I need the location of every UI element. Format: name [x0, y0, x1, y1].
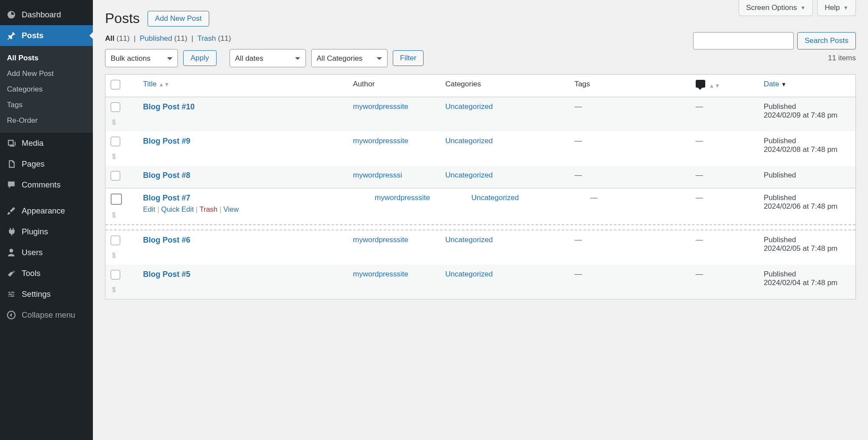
- posts-table: Title▲▼ Author Categories Tags ▲▼ Date▼: [105, 74, 856, 299]
- sidebar-item-label: Posts: [22, 31, 43, 40]
- collapse-icon: [6, 310, 16, 320]
- drag-handle-icon[interactable]: ⥮: [111, 211, 132, 219]
- table-row: Blog Post #8 mywordpresssi Uncategorized…: [105, 166, 855, 188]
- table-row: ⥮ Blog Post #7 Edit | Quick Edit | Trash…: [105, 188, 855, 224]
- sidebar-item-appearance[interactable]: Appearance: [0, 200, 93, 221]
- sidebar-item-label: Plugins: [22, 227, 48, 236]
- bulk-actions-select[interactable]: Bulk actions: [105, 49, 178, 67]
- screen-options-button[interactable]: Screen Options ▼: [739, 0, 813, 16]
- search-posts-button[interactable]: Search Posts: [797, 32, 856, 49]
- post-title-link[interactable]: Blog Post #5: [143, 270, 190, 279]
- post-title-link[interactable]: Blog Post #7: [143, 194, 190, 202]
- submenu-all-posts[interactable]: All Posts: [0, 50, 93, 66]
- author-link[interactable]: mywordpresssite: [375, 194, 430, 202]
- submenu-add-new-post[interactable]: Add New Post: [0, 66, 93, 82]
- brush-icon: [6, 206, 16, 216]
- wrench-icon: [6, 268, 16, 279]
- view-link[interactable]: View: [224, 205, 239, 213]
- tags-cell: —: [590, 194, 598, 202]
- submenu-tags[interactable]: Tags: [0, 97, 93, 113]
- dashboard-icon: [6, 10, 16, 20]
- date-status: Published: [764, 270, 850, 279]
- author-link[interactable]: mywordpresssite: [353, 137, 408, 145]
- row-checkbox[interactable]: [111, 194, 122, 205]
- apply-button[interactable]: Apply: [183, 50, 217, 66]
- sidebar-item-plugins[interactable]: Plugins: [0, 221, 93, 242]
- help-button[interactable]: Help ▼: [817, 0, 856, 16]
- filter-trash[interactable]: Trash: [197, 34, 216, 43]
- comments-cell: —: [696, 102, 703, 111]
- help-label: Help: [825, 3, 840, 12]
- author-link[interactable]: mywordpresssite: [353, 236, 408, 244]
- post-title-link[interactable]: Blog Post #10: [143, 102, 194, 111]
- category-link[interactable]: Uncategorized: [471, 194, 519, 202]
- date-value: 2024/02/06 at 7:48 pm: [764, 202, 838, 210]
- select-all-header: [105, 75, 138, 97]
- categories-filter-select[interactable]: All Categories: [311, 49, 388, 67]
- sidebar-item-media[interactable]: Media: [0, 133, 93, 154]
- search-input[interactable]: [693, 32, 794, 49]
- dates-filter-select[interactable]: All dates: [230, 49, 306, 67]
- category-link[interactable]: Uncategorized: [445, 270, 493, 278]
- tags-cell: —: [575, 236, 582, 244]
- sidebar-item-tools[interactable]: Tools: [0, 263, 93, 284]
- date-status: Published: [764, 137, 850, 145]
- add-new-post-button[interactable]: Add New Post: [148, 11, 209, 26]
- date-value: 2024/02/09 at 7:48 pm: [764, 111, 838, 119]
- drag-handle-icon[interactable]: ⥮: [111, 286, 132, 294]
- column-comments[interactable]: ▲▼: [690, 75, 759, 97]
- column-date[interactable]: Date▼: [759, 75, 855, 97]
- row-checkbox[interactable]: [111, 171, 120, 181]
- comment-icon: [696, 80, 705, 88]
- sidebar-item-pages[interactable]: Pages: [0, 154, 93, 174]
- sidebar-item-label: Media: [22, 138, 43, 148]
- column-title[interactable]: Title▲▼: [138, 75, 348, 97]
- sidebar-item-label: Dashboard: [22, 10, 61, 20]
- column-author: Author: [348, 75, 440, 97]
- quick-edit-link[interactable]: Quick Edit: [161, 205, 194, 213]
- date-value: 2024/02/04 at 7:48 pm: [764, 279, 838, 287]
- table-row: ⥮ Blog Post #6 mywordpresssite Uncategor…: [105, 230, 855, 265]
- edit-link[interactable]: Edit: [143, 205, 155, 213]
- post-title-link[interactable]: Blog Post #8: [143, 171, 190, 180]
- sidebar-item-posts[interactable]: Posts: [0, 25, 93, 46]
- drag-handle-icon[interactable]: ⥮: [111, 252, 132, 259]
- post-title-link[interactable]: Blog Post #6: [143, 236, 190, 244]
- category-link[interactable]: Uncategorized: [445, 171, 493, 179]
- main-content: Screen Options ▼ Help ▼ Posts Add New Po…: [93, 0, 868, 440]
- category-link[interactable]: Uncategorized: [445, 137, 493, 145]
- sort-desc-icon: ▼: [781, 81, 787, 88]
- sidebar-collapse-menu[interactable]: Collapse menu: [0, 305, 93, 325]
- category-link[interactable]: Uncategorized: [445, 236, 493, 244]
- media-icon: [6, 138, 16, 148]
- sidebar-item-settings[interactable]: Settings: [0, 284, 93, 305]
- admin-sidebar: Dashboard Posts All Posts Add New Post C…: [0, 0, 93, 440]
- tags-cell: —: [575, 137, 582, 145]
- sidebar-item-comments[interactable]: Comments: [0, 174, 93, 195]
- row-checkbox[interactable]: [111, 236, 120, 245]
- post-title-link[interactable]: Blog Post #9: [143, 137, 190, 145]
- select-all-checkbox[interactable]: [111, 80, 120, 89]
- sidebar-item-label: Comments: [22, 180, 60, 190]
- row-actions: Edit | Quick Edit | Trash | View: [143, 205, 342, 213]
- sidebar-item-dashboard[interactable]: Dashboard: [0, 4, 93, 25]
- sidebar-item-users[interactable]: Users: [0, 242, 93, 263]
- filter-all[interactable]: All (11): [105, 34, 130, 43]
- submenu-categories[interactable]: Categories: [0, 82, 93, 97]
- row-checkbox[interactable]: [111, 270, 120, 279]
- category-link[interactable]: Uncategorized: [445, 102, 493, 111]
- trash-link[interactable]: Trash: [200, 205, 218, 213]
- author-link[interactable]: mywordpresssi: [353, 171, 402, 179]
- drag-handle-icon[interactable]: ⥮: [111, 118, 132, 126]
- row-checkbox[interactable]: [111, 102, 120, 112]
- author-link[interactable]: mywordpresssite: [353, 102, 408, 111]
- sidebar-item-label: Tools: [22, 269, 40, 278]
- row-checkbox[interactable]: [111, 137, 120, 146]
- date-status: Published: [764, 236, 850, 244]
- submenu-reorder[interactable]: Re-Order: [0, 113, 93, 128]
- filter-button[interactable]: Filter: [393, 50, 424, 66]
- author-link[interactable]: mywordpresssite: [353, 270, 408, 278]
- filter-published[interactable]: Published: [140, 34, 172, 43]
- drag-handle-icon[interactable]: ⥮: [111, 153, 132, 161]
- screen-options-label: Screen Options: [746, 3, 797, 12]
